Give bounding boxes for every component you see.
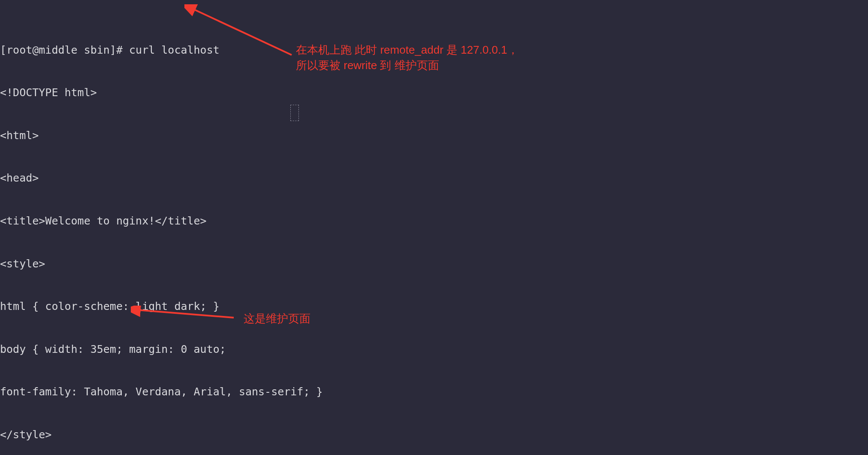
annotation-top: 在本机上跑 此时 remote_addr 是 127.0.0.1， 所以要被 r… bbox=[296, 42, 518, 73]
terminal-window[interactable]: [root@middle sbin]# curl localhost <!DOC… bbox=[0, 0, 868, 455]
shell-command: curl localhost bbox=[129, 44, 220, 56]
annotation-bottom: 这是维护页面 bbox=[244, 311, 310, 326]
shell-prompt: [root@middle sbin]# bbox=[0, 44, 129, 56]
output-line: </style> bbox=[0, 428, 868, 442]
output-line: html { color-scheme: light dark; } bbox=[0, 299, 868, 313]
output-line: <!DOCTYPE html> bbox=[0, 85, 868, 100]
text-cursor bbox=[290, 105, 299, 121]
output-line: <title>Welcome to nginx!</title> bbox=[0, 214, 868, 228]
output-line: font-family: Tahoma, Verdana, Arial, san… bbox=[0, 385, 868, 399]
output-line: <html> bbox=[0, 128, 868, 143]
annotation-text: 在本机上跑 此时 remote_addr 是 127.0.0.1， bbox=[296, 42, 518, 58]
output-line: <head> bbox=[0, 171, 868, 185]
output-line: body { width: 35em; margin: 0 auto; bbox=[0, 342, 868, 356]
annotation-text: 所以要被 rewrite 到 维护页面 bbox=[296, 58, 518, 73]
annotation-text: 这是维护页面 bbox=[244, 312, 310, 325]
output-line: <style> bbox=[0, 257, 868, 271]
